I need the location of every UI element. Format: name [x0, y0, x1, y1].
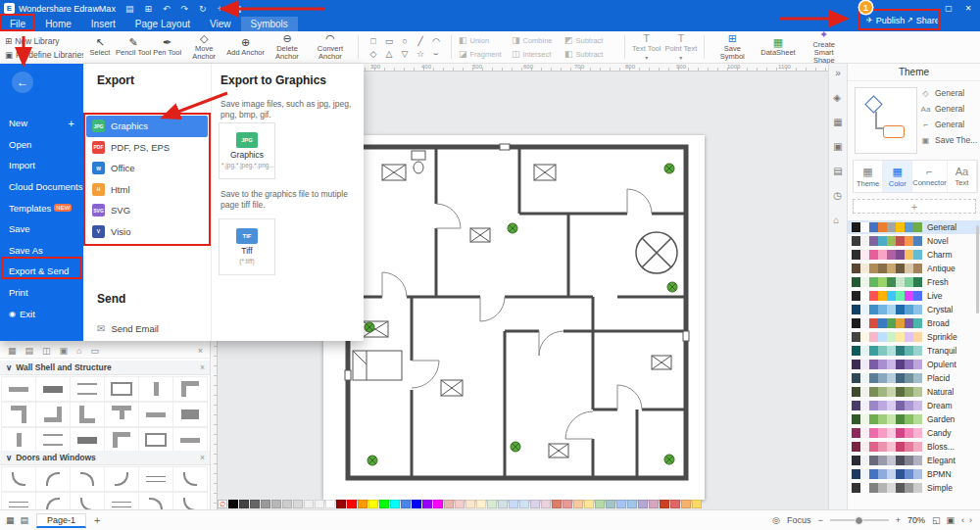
color-palette-row[interactable]: BPMN [848, 467, 980, 481]
shape-tool-button[interactable]: △ [381, 47, 397, 60]
shape-thumbnail[interactable] [35, 376, 71, 402]
shape-thumbnail[interactable] [1, 492, 36, 509]
color-swatch[interactable] [541, 500, 551, 508]
shape-thumbnail[interactable] [1, 376, 36, 402]
theme-tab[interactable]: ⌐Connector [912, 161, 948, 192]
quick-access-icon[interactable]: ▦ [233, 4, 242, 14]
shape-thumbnail[interactable] [138, 466, 173, 492]
color-swatch[interactable] [228, 500, 238, 508]
color-palette-row[interactable]: Tranquil [848, 344, 980, 358]
back-button[interactable]: ← [12, 72, 33, 93]
color-palette-row[interactable]: Novel [848, 234, 980, 248]
library-tab-icon[interactable]: ▣ [60, 346, 69, 356]
toolbar-tool-button[interactable]: ✎Pencil Tool [116, 33, 151, 62]
color-swatch[interactable] [433, 500, 443, 508]
page-tab[interactable]: Page-1 [36, 513, 86, 528]
theme-style-row[interactable]: ▣Save The... [920, 134, 979, 146]
focus-label[interactable]: Focus [787, 515, 811, 525]
shape-thumbnail[interactable] [172, 492, 208, 509]
color-swatch[interactable] [336, 500, 346, 508]
color-swatch[interactable] [681, 500, 691, 508]
palette-scrollbar[interactable] [976, 225, 979, 313]
toolbar-tool-button[interactable]: ◠Convert Anchor [310, 33, 351, 62]
statusbar-view-icon[interactable]: ▦ [6, 515, 15, 525]
panel-toggle-icon[interactable]: ◈ [833, 92, 842, 103]
library-close-icon[interactable]: × [198, 346, 211, 356]
color-swatch[interactable] [466, 500, 475, 508]
no-fill-swatch[interactable]: ∅ [218, 500, 227, 508]
file-menu-item[interactable]: Print [0, 282, 83, 304]
theme-style-row[interactable]: ◇General [920, 87, 979, 99]
color-swatch[interactable] [660, 500, 669, 508]
collapse-panel-icon[interactable]: » [835, 68, 841, 78]
symbol-tool-button[interactable]: ▦DataSheet [760, 29, 795, 66]
theme-tab[interactable]: ▦Theme [854, 161, 883, 192]
color-swatch[interactable] [649, 500, 659, 508]
color-swatch[interactable] [261, 500, 270, 508]
color-swatch[interactable] [595, 500, 605, 508]
shape-thumbnail[interactable] [35, 466, 71, 492]
fit-view-icon[interactable]: ◱ [932, 515, 941, 525]
export-option[interactable]: JPG Graphics [86, 116, 208, 137]
color-swatch[interactable] [627, 500, 637, 508]
color-palette-row[interactable]: Charm [848, 248, 980, 262]
predefine-libraries-dropdown[interactable]: ▣Predefine Libraries▾ [5, 48, 83, 62]
shape-tool-button[interactable]: ☆ [413, 47, 428, 60]
file-menu-item[interactable]: Cloud Documents [0, 176, 83, 198]
color-swatch[interactable] [368, 500, 378, 508]
color-swatch[interactable] [239, 500, 249, 508]
add-color-scheme-button[interactable]: + [853, 199, 976, 214]
shape-thumbnail[interactable] [104, 466, 139, 492]
shape-thumbnail[interactable] [1, 427, 36, 453]
text-tool-button[interactable]: TPoint Text▾ [664, 33, 697, 61]
toolbar-tool-button[interactable]: ◇Move Anchor [183, 33, 224, 62]
color-swatch[interactable] [347, 500, 357, 508]
color-swatch[interactable] [271, 500, 281, 508]
file-menu-item[interactable]: New + [0, 113, 83, 134]
color-swatch[interactable] [401, 500, 411, 508]
section-close-icon[interactable]: × [200, 453, 205, 462]
tiff-format-card[interactable]: TIF Tiff (*.tiff) [219, 218, 275, 275]
file-menu-item-action[interactable]: + [69, 118, 74, 129]
shape-thumbnail[interactable] [172, 427, 208, 453]
add-page-button[interactable]: + [94, 514, 100, 526]
library-section-header[interactable]: ∨ Wall Shell and Structure × [0, 361, 211, 375]
theme-style-row[interactable]: ⌐General [920, 119, 979, 130]
shape-tool-button[interactable]: ○ [397, 34, 413, 47]
color-swatch[interactable] [509, 500, 518, 508]
shape-thumbnail[interactable] [1, 402, 36, 427]
zoom-value[interactable]: 70% [907, 515, 925, 525]
shape-thumbnail[interactable] [138, 376, 173, 402]
library-tab-icon[interactable]: ▦ [8, 346, 17, 356]
menu-tab[interactable]: Insert [81, 17, 125, 31]
color-swatch[interactable] [573, 500, 583, 508]
file-menu-item[interactable]: Export & Send [0, 261, 83, 282]
shape-thumbnail[interactable] [70, 466, 105, 492]
panel-toggle-icon[interactable]: ▦ [833, 117, 842, 127]
shape-thumbnail[interactable] [104, 402, 139, 427]
theme-tab[interactable]: AaText [948, 161, 977, 192]
notification-badge[interactable]: 1 [859, 1, 872, 14]
color-swatch[interactable] [250, 500, 260, 508]
quick-access-icon[interactable]: + [218, 4, 222, 14]
library-tab-icon[interactable]: ▤ [25, 346, 34, 356]
shape-thumbnail[interactable] [138, 492, 173, 509]
zoom-out-button[interactable]: − [817, 515, 822, 525]
menu-tab[interactable]: Symbols [241, 17, 298, 31]
color-swatch[interactable] [692, 500, 702, 508]
export-option[interactable]: PDF PDF, PS, EPS [86, 137, 208, 159]
shape-thumbnail[interactable] [172, 402, 208, 427]
panel-toggle-icon[interactable]: ▣ [833, 141, 842, 152]
shape-tool-button[interactable]: □ [366, 34, 381, 47]
panel-toggle-icon[interactable]: ▤ [833, 166, 842, 176]
color-palette-row[interactable]: Antique [848, 262, 980, 275]
toolbar-tool-button[interactable]: ↖Select [86, 33, 114, 62]
toolbar-tool-button[interactable]: ⊕Add Anchor [226, 33, 265, 62]
shape-thumbnail[interactable] [138, 402, 173, 427]
menu-tab[interactable]: File [0, 17, 35, 31]
text-tool-button[interactable]: TText Tool▾ [632, 33, 661, 61]
theme-preview-card[interactable] [855, 87, 917, 154]
library-section-header[interactable]: ∨ Doors and Windows × [0, 451, 211, 465]
color-swatch[interactable] [412, 500, 421, 508]
color-swatch[interactable] [670, 500, 680, 508]
